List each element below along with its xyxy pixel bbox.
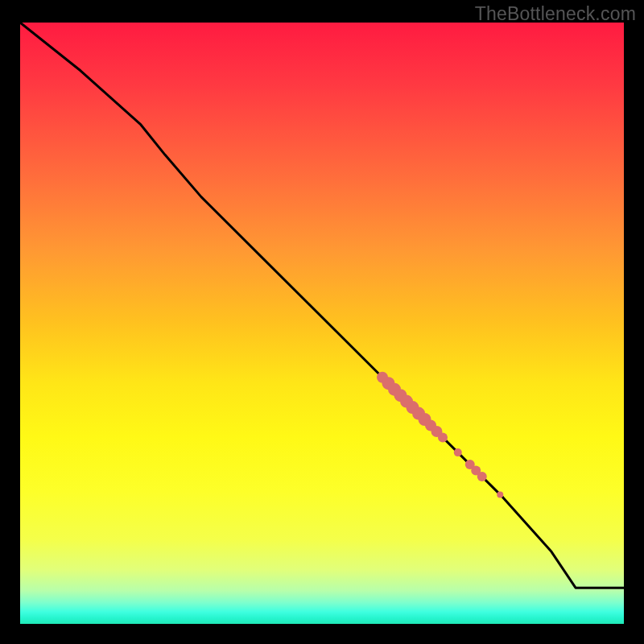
data-marker xyxy=(438,432,448,442)
data-marker xyxy=(497,491,503,497)
watermark-text: TheBottleneck.com xyxy=(475,3,636,25)
bottleneck-curve xyxy=(20,23,624,588)
data-marker xyxy=(454,448,462,456)
data-markers xyxy=(377,372,503,498)
plot-area xyxy=(20,23,624,624)
chart-frame: TheBottleneck.com xyxy=(0,0,644,644)
curve-layer xyxy=(20,23,624,624)
data-marker xyxy=(477,472,487,481)
